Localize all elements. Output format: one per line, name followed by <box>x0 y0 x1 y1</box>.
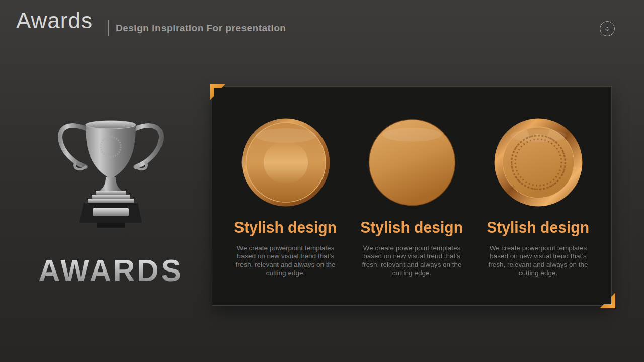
page-title: Awards <box>16 8 93 33</box>
trophy-icon <box>60 121 162 228</box>
page-subtitle: Design inspiration For presentation <box>116 23 286 34</box>
bronze-medal-icon <box>492 116 585 209</box>
divide-icon: ÷ <box>605 25 609 33</box>
corner-bracket-icon <box>210 84 227 102</box>
trophy-wreath-icon <box>30 97 191 255</box>
card-body: We create powerpoint templates based on … <box>230 244 342 278</box>
award-card: Stylish design We create powerpoint temp… <box>349 116 475 278</box>
corner-bracket-icon <box>598 291 615 308</box>
card-heading: Stylish design <box>361 219 463 237</box>
award-card: Stylish design We create powerpoint temp… <box>475 116 601 278</box>
content-panel: Stylish design We create powerpoint temp… <box>212 86 612 306</box>
divide-circle-button[interactable]: ÷ <box>600 21 615 36</box>
slide-background: Awards Design inspiration For presentati… <box>0 0 644 362</box>
card-heading: Stylish design <box>487 219 590 237</box>
award-card: Stylish design We create powerpoint temp… <box>223 116 349 278</box>
card-body: We create powerpoint templates based on … <box>482 244 594 278</box>
card-heading: Stylish design <box>234 219 337 237</box>
title-divider <box>108 20 109 36</box>
bronze-medal-icon <box>239 116 332 209</box>
awards-wordmark: AWARDS <box>30 253 191 288</box>
card-body: We create powerpoint templates based on … <box>356 244 468 278</box>
bronze-medal-icon <box>366 116 458 209</box>
